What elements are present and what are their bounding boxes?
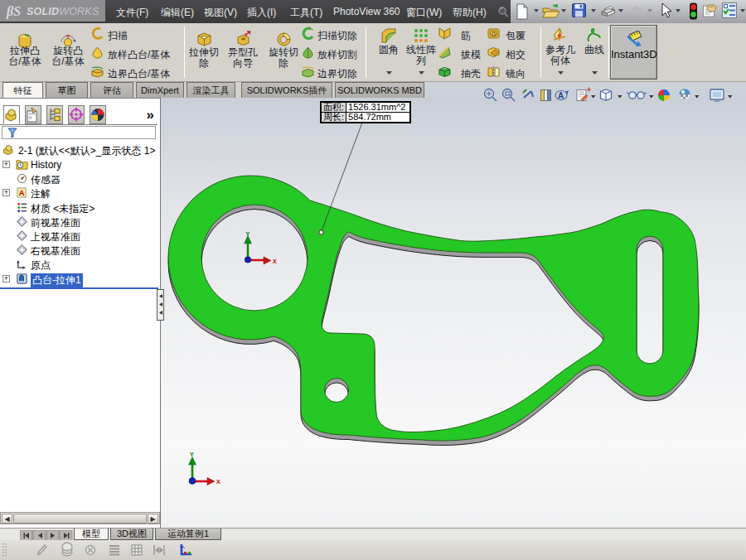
svg-text:G: G [492, 31, 496, 37]
svg-text:X: X [216, 478, 220, 485]
svg-text:βS: βS [6, 4, 21, 19]
svg-text:SOLIDWORKS: SOLIDWORKS [27, 6, 99, 17]
svg-text:Y: Y [246, 230, 250, 238]
svg-text:A: A [558, 91, 564, 100]
svg-text:X: X [273, 258, 277, 265]
svg-text:A: A [19, 189, 25, 197]
svg-text:Y: Y [190, 451, 194, 458]
